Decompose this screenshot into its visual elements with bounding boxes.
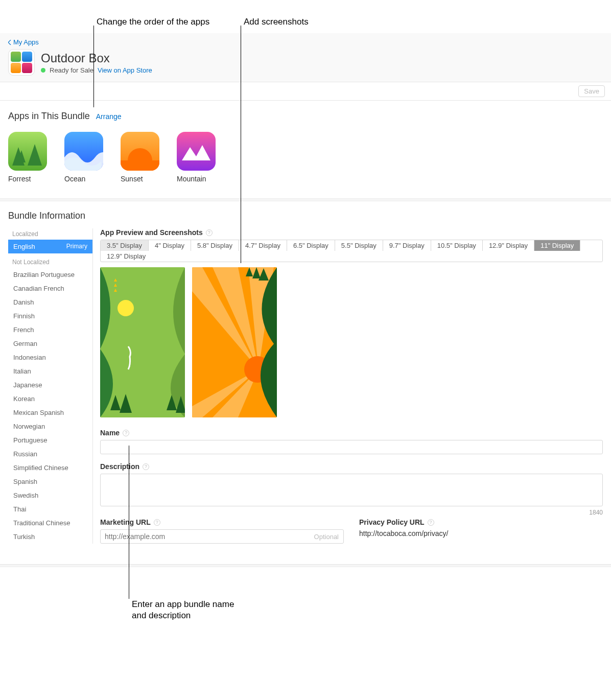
sidebar-lang-item[interactable]: Japanese (8, 378, 92, 392)
localization-sidebar: Localized English Primary Not Localized … (8, 228, 93, 544)
sidebar-lang-item[interactable]: Indonesian (8, 351, 92, 364)
display-tabs: 3.5" Display4" Display5.8" Display4.7" D… (100, 240, 603, 262)
sidebar-lang-item[interactable]: Simplified Chinese (8, 461, 92, 475)
display-tab[interactable]: 3.5" Display (101, 240, 149, 251)
sidebar-lang-item[interactable]: Swedish (8, 488, 92, 502)
sidebar-lang-item[interactable]: Italian (8, 364, 92, 378)
app-mountain-icon (177, 132, 216, 171)
screenshot-1[interactable] (100, 267, 185, 417)
sidebar-lang-item[interactable]: Turkish (8, 530, 92, 544)
callout-line (129, 446, 129, 599)
sidebar-lang-item[interactable]: Spanish (8, 475, 92, 488)
app-ocean-icon (64, 132, 103, 171)
help-icon[interactable]: ? (428, 519, 434, 526)
sidebar-lang-item[interactable]: Danish (8, 295, 92, 309)
sidebar-lang-item[interactable]: Thai (8, 502, 92, 516)
help-icon[interactable]: ? (123, 430, 129, 436)
arrange-link[interactable]: Arrange (96, 112, 122, 121)
status-dot-icon (41, 68, 45, 73)
help-icon[interactable]: ? (143, 463, 149, 470)
help-icon[interactable]: ? (206, 229, 213, 236)
sidebar-lang-item[interactable]: Traditional Chinese (8, 516, 92, 530)
view-store-link[interactable]: View on App Store (98, 66, 152, 74)
bundle-icon (8, 49, 35, 76)
callout-addshots: Add screenshots (244, 17, 309, 27)
status-text: Ready for Sale (50, 66, 93, 74)
callout-line (93, 26, 94, 107)
page-title: Outdoor Box (41, 51, 152, 65)
back-link[interactable]: My Apps (8, 38, 603, 46)
privacy-url-label: Privacy Policy URL (359, 518, 425, 526)
sidebar-lang-item[interactable]: Mexican Spanish (8, 406, 92, 419)
sidebar-lang-item[interactable]: Korean (8, 392, 92, 406)
app-name: Forrest (8, 175, 31, 183)
callout-reorder: Change the order of the apps (97, 17, 209, 27)
app-card[interactable]: Forrest (8, 132, 49, 183)
sidebar-lang-item[interactable]: Canadian French (8, 282, 92, 295)
display-tab[interactable]: 10.5" Display (431, 240, 483, 251)
marketing-url-input[interactable] (100, 529, 344, 544)
app-card[interactable]: Ocean (64, 132, 105, 183)
name-input[interactable] (100, 440, 603, 454)
screenshot-2[interactable] (192, 267, 277, 417)
callout-line (241, 26, 241, 263)
app-name: Ocean (64, 175, 85, 183)
char-count: 1840 (100, 509, 603, 516)
display-tab[interactable]: 6.5" Display (287, 240, 335, 251)
sidebar-lang-item[interactable]: Portuguese (8, 433, 92, 447)
display-tab[interactable]: 12.9" Display (101, 251, 152, 262)
app-card[interactable]: Sunset (121, 132, 161, 183)
display-tab[interactable]: 4" Display (149, 240, 191, 251)
app-card[interactable]: Mountain (177, 132, 218, 183)
display-tab[interactable]: 9.7" Display (383, 240, 431, 251)
callout-enter-name: Enter an app bundle name and description (132, 599, 234, 621)
description-label: Description (100, 462, 139, 471)
back-link-label: My Apps (13, 38, 39, 46)
help-icon[interactable]: ? (154, 519, 160, 526)
save-button[interactable]: Save (578, 85, 605, 97)
app-forrest-icon (8, 132, 47, 171)
sidebar-lang-english[interactable]: English Primary (8, 240, 92, 253)
sidebar-lang-item[interactable]: Brazilian Portuguese (8, 268, 92, 282)
app-sunset-icon (121, 132, 159, 171)
svg-point-3 (118, 300, 134, 316)
localized-group-label: Localized (8, 228, 92, 240)
privacy-url-value: http://tocaboca.com/privacy/ (359, 529, 603, 538)
name-label: Name (100, 429, 120, 437)
sidebar-lang-item[interactable]: Russian (8, 447, 92, 461)
display-tab[interactable]: 5.5" Display (335, 240, 383, 251)
display-tab[interactable]: 11" Display (534, 240, 580, 251)
app-name: Mountain (177, 175, 206, 183)
preview-label: App Preview and Screenshots (100, 228, 203, 237)
app-name: Sunset (121, 175, 143, 183)
optional-label: Optional (314, 533, 339, 541)
sidebar-lang-item[interactable]: Finnish (8, 309, 92, 323)
display-tab[interactable]: 4.7" Display (239, 240, 287, 251)
sidebar-lang-item[interactable]: French (8, 323, 92, 337)
display-tab[interactable]: 12.9" Display (483, 240, 534, 251)
sidebar-lang-item[interactable]: German (8, 337, 92, 351)
svg-rect-1 (121, 160, 159, 171)
apps-section-title: Apps in This Bundle (8, 111, 90, 122)
marketing-url-label: Marketing URL (100, 518, 151, 526)
not-localized-group-label: Not Localized (8, 256, 92, 268)
sidebar-lang-item[interactable]: Norwegian (8, 419, 92, 433)
bundle-info-title: Bundle Information (8, 211, 603, 221)
description-input[interactable] (100, 474, 603, 506)
display-tab[interactable]: 5.8" Display (191, 240, 239, 251)
chevron-left-icon (8, 40, 11, 45)
